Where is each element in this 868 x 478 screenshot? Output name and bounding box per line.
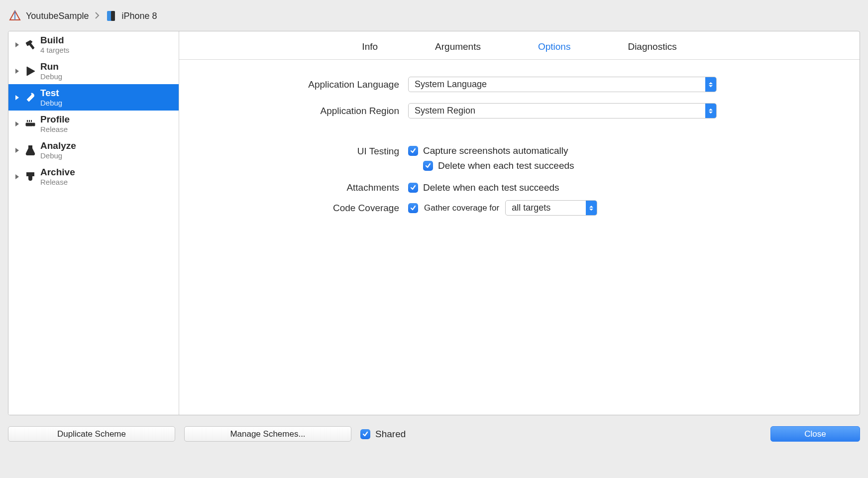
sidebar-item-title: Run bbox=[40, 61, 62, 72]
label-attachments: Attachments bbox=[199, 182, 408, 193]
disclosure-triangle-icon[interactable] bbox=[13, 120, 20, 127]
checkbox-code-coverage[interactable] bbox=[408, 203, 418, 213]
tab-options[interactable]: Options bbox=[538, 41, 570, 52]
label-app-language: Application Language bbox=[199, 79, 408, 90]
footer: Duplicate Scheme Manage Schemes... Share… bbox=[8, 426, 860, 442]
disclosure-triangle-icon[interactable] bbox=[13, 173, 20, 180]
select-value: System Region bbox=[409, 106, 705, 116]
sidebar-item-title: Test bbox=[40, 88, 62, 99]
tab-arguments[interactable]: Arguments bbox=[435, 41, 481, 52]
disclosure-triangle-icon[interactable] bbox=[13, 94, 20, 101]
row-attachments: Attachments Delete when each test succee… bbox=[199, 182, 840, 193]
tab-bar: Info Arguments Options Diagnostics bbox=[179, 31, 860, 60]
sidebar-item-text: Build 4 targets bbox=[40, 35, 69, 54]
checkbox-shared[interactable] bbox=[360, 429, 370, 439]
archive-icon bbox=[23, 170, 37, 184]
label-ui-testing: UI Testing bbox=[199, 145, 408, 157]
manage-schemes-button[interactable]: Manage Schemes... bbox=[184, 426, 351, 442]
disclosure-triangle-icon[interactable] bbox=[13, 41, 20, 48]
row-ui-testing: UI Testing Capture screenshots automatic… bbox=[199, 145, 840, 175]
select-value: System Language bbox=[409, 79, 705, 90]
row-app-language: Application Language System Language bbox=[199, 77, 840, 92]
sidebar-item-sub: Release bbox=[40, 125, 70, 133]
scheme-editor-window: YoutubeSample iPhone 8 Build 4 targets bbox=[0, 0, 868, 478]
duplicate-scheme-button[interactable]: Duplicate Scheme bbox=[8, 426, 175, 442]
stepper-icon bbox=[705, 104, 716, 118]
options-form: Application Language System Language App… bbox=[179, 60, 860, 243]
checkbox-capture-screenshots[interactable] bbox=[408, 146, 418, 156]
code-coverage-gather-label: Gather coverage for bbox=[424, 203, 499, 213]
checkbox-delete-when-succeeds-ui[interactable] bbox=[423, 161, 433, 171]
select-coverage-targets[interactable]: all targets bbox=[505, 200, 597, 216]
wrench-icon bbox=[23, 91, 37, 105]
label-code-coverage: Code Coverage bbox=[199, 203, 408, 214]
tab-diagnostics[interactable]: Diagnostics bbox=[628, 41, 676, 52]
svg-rect-2 bbox=[26, 123, 33, 126]
sidebar-item-title: Analyze bbox=[40, 140, 76, 151]
label-app-region: Application Region bbox=[199, 106, 408, 117]
sidebar-item-sub: Debug bbox=[40, 99, 62, 107]
sidebar-item-sub: Debug bbox=[40, 72, 62, 81]
flask-icon bbox=[23, 143, 37, 157]
chevron-right-icon bbox=[94, 11, 101, 21]
sidebar-item-text: Analyze Debug bbox=[40, 140, 76, 160]
iphone-device-icon bbox=[106, 10, 116, 21]
sidebar-item-sub: 4 targets bbox=[40, 46, 69, 54]
checkbox-label: Capture screenshots automatically bbox=[423, 145, 568, 156]
sidebar-item-build[interactable]: Build 4 targets bbox=[8, 31, 179, 58]
sidebar-item-profile[interactable]: Profile Release bbox=[8, 111, 179, 137]
sidebar-item-test[interactable]: Test Debug bbox=[8, 84, 179, 111]
svg-rect-1 bbox=[111, 11, 115, 21]
breadcrumb: YoutubeSample iPhone 8 bbox=[8, 8, 860, 31]
svg-rect-3 bbox=[33, 123, 35, 126]
sidebar-item-text: Archive Release bbox=[40, 167, 75, 186]
checkbox-label: Delete when each test succeeds bbox=[438, 160, 574, 171]
scheme-action-sidebar: Build 4 targets Run Debug Test Debug bbox=[8, 31, 179, 415]
sidebar-item-run[interactable]: Run Debug bbox=[8, 58, 179, 84]
sidebar-item-text: Test Debug bbox=[40, 88, 62, 107]
row-code-coverage: Code Coverage Gather coverage for all ta… bbox=[199, 200, 840, 216]
select-app-language[interactable]: System Language bbox=[408, 77, 717, 92]
disclosure-triangle-icon[interactable] bbox=[13, 68, 20, 75]
sidebar-item-text: Run Debug bbox=[40, 61, 62, 81]
select-app-region[interactable]: System Region bbox=[408, 103, 717, 119]
close-button[interactable]: Close bbox=[770, 426, 860, 442]
stepper-icon bbox=[705, 77, 716, 92]
sidebar-item-sub: Release bbox=[40, 178, 75, 186]
tab-info[interactable]: Info bbox=[362, 41, 378, 52]
breadcrumb-scheme[interactable]: YoutubeSample bbox=[26, 11, 89, 21]
content-area: Info Arguments Options Diagnostics Appli… bbox=[179, 31, 860, 415]
shared-label: Shared bbox=[375, 429, 406, 440]
disclosure-triangle-icon[interactable] bbox=[13, 147, 20, 154]
sidebar-item-sub: Debug bbox=[40, 151, 76, 160]
hammer-icon bbox=[23, 38, 37, 52]
row-app-region: Application Region System Region bbox=[199, 103, 840, 119]
sidebar-item-title: Build bbox=[40, 35, 69, 46]
checkbox-row-delete-ui: Delete when each test succeeds bbox=[423, 160, 574, 171]
stepper-icon bbox=[586, 201, 597, 215]
gauge-icon bbox=[23, 117, 37, 131]
sidebar-item-archive[interactable]: Archive Release bbox=[8, 163, 179, 190]
main-panel: Build 4 targets Run Debug Test Debug bbox=[8, 31, 860, 415]
checkbox-row-delete-attachments: Delete when each test succeeds bbox=[408, 182, 559, 193]
sidebar-item-title: Archive bbox=[40, 167, 75, 178]
sidebar-item-title: Profile bbox=[40, 114, 70, 125]
play-icon bbox=[23, 64, 37, 78]
checkbox-delete-when-succeeds-attachments[interactable] bbox=[408, 183, 418, 193]
sidebar-item-text: Profile Release bbox=[40, 114, 70, 133]
shared-checkbox-wrap: Shared bbox=[360, 429, 406, 440]
xcode-app-icon bbox=[9, 10, 21, 22]
sidebar-item-analyze[interactable]: Analyze Debug bbox=[8, 137, 179, 163]
checkbox-label: Delete when each test succeeds bbox=[423, 182, 559, 193]
select-value: all targets bbox=[506, 203, 586, 213]
checkbox-row-capture: Capture screenshots automatically bbox=[408, 145, 568, 156]
breadcrumb-device[interactable]: iPhone 8 bbox=[121, 11, 157, 21]
